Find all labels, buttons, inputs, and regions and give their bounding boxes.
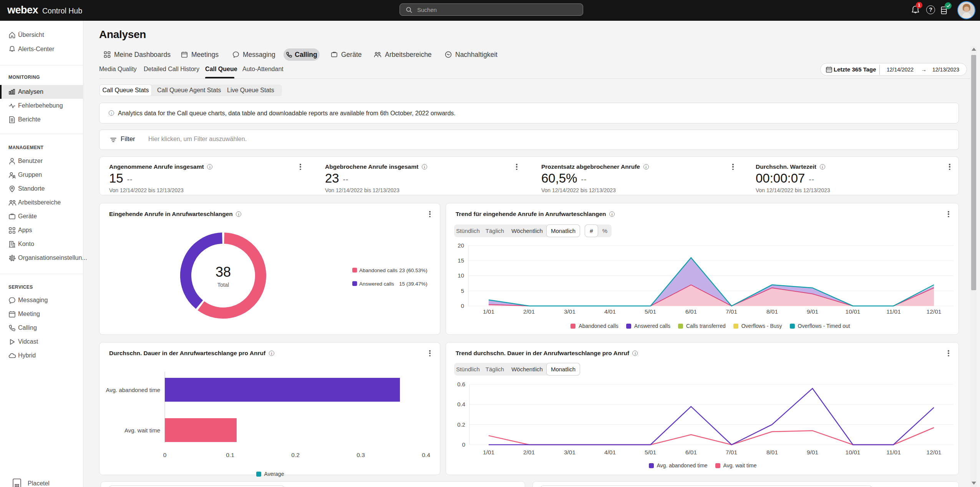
svg-text:11/01: 11/01 <box>886 449 901 455</box>
svg-text:9/01: 9/01 <box>807 449 818 455</box>
svg-text:2/01: 2/01 <box>523 449 535 455</box>
svg-text:23 (60.53%): 23 (60.53%) <box>399 268 428 273</box>
svg-text:0: 0 <box>462 441 465 448</box>
svg-text:Avg. abandoned time: Avg. abandoned time <box>106 387 161 393</box>
svg-text:0.2: 0.2 <box>291 452 300 458</box>
svg-text:6/01: 6/01 <box>685 449 697 455</box>
svg-text:1/01: 1/01 <box>483 449 494 455</box>
svg-text:8/01: 8/01 <box>766 308 778 315</box>
svg-text:0.4: 0.4 <box>422 452 430 458</box>
svg-text:7/01: 7/01 <box>726 308 737 315</box>
svg-text:0.3: 0.3 <box>357 452 365 458</box>
svg-text:12/01: 12/01 <box>927 449 942 455</box>
svg-text:0.6: 0.6 <box>457 381 465 387</box>
svg-text:38: 38 <box>216 264 231 280</box>
svg-text:6/01: 6/01 <box>685 308 697 315</box>
svg-text:20: 20 <box>458 242 464 249</box>
svg-text:12/01: 12/01 <box>927 308 942 315</box>
svg-text:3/01: 3/01 <box>564 308 575 315</box>
svg-text:10/01: 10/01 <box>846 449 861 455</box>
svg-text:3/01: 3/01 <box>564 449 575 455</box>
svg-text:2/01: 2/01 <box>523 308 535 315</box>
svg-text:5/01: 5/01 <box>645 308 656 315</box>
svg-text:5/01: 5/01 <box>645 449 656 455</box>
svg-text:11/01: 11/01 <box>886 308 901 315</box>
svg-text:1/01: 1/01 <box>483 308 494 315</box>
svg-text:Total: Total <box>217 282 229 288</box>
svg-text:0: 0 <box>163 452 167 458</box>
svg-text:Avg. wait time: Avg. wait time <box>124 427 160 434</box>
svg-text:4/01: 4/01 <box>604 308 616 315</box>
svg-text:9/01: 9/01 <box>807 308 818 315</box>
svg-text:10: 10 <box>458 272 464 279</box>
svg-text:Abandoned calls: Abandoned calls <box>359 268 398 273</box>
svg-text:0.4: 0.4 <box>457 401 465 407</box>
svg-text:15 (39.47%): 15 (39.47%) <box>399 281 428 287</box>
svg-text:Answered calls: Answered calls <box>359 281 394 287</box>
svg-text:10/01: 10/01 <box>846 308 861 315</box>
svg-text:8/01: 8/01 <box>766 449 778 455</box>
svg-text:5: 5 <box>461 288 464 294</box>
svg-text:0.1: 0.1 <box>226 452 234 458</box>
svg-text:15: 15 <box>458 257 464 264</box>
svg-text:4/01: 4/01 <box>604 449 616 455</box>
svg-text:0: 0 <box>461 303 464 309</box>
svg-text:7/01: 7/01 <box>726 449 737 455</box>
svg-text:0.2: 0.2 <box>457 421 465 428</box>
